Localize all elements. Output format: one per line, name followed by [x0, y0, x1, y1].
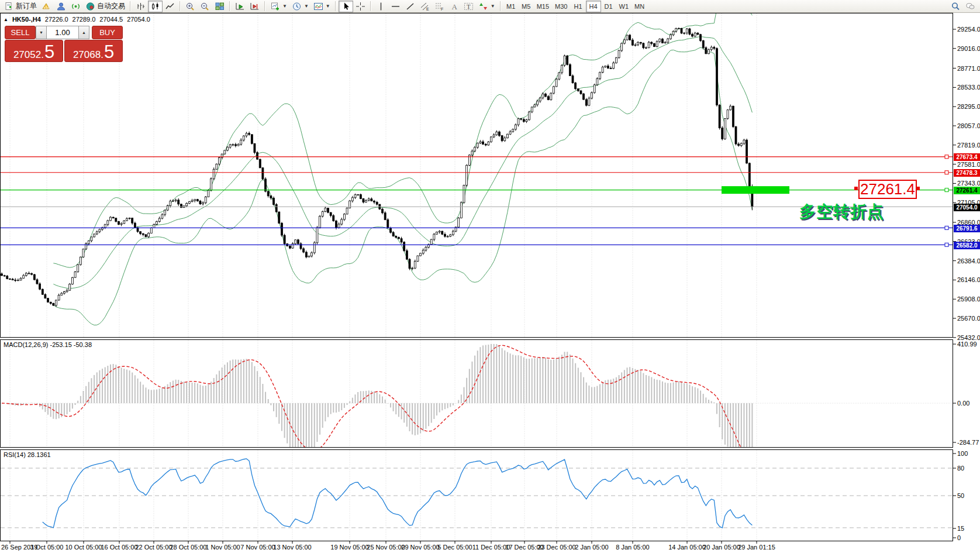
candle-body	[374, 201, 375, 202]
collapse-triangle-icon[interactable]: ▲	[4, 17, 8, 22]
charts-button[interactable]	[39, 1, 54, 12]
candle-body	[389, 228, 391, 232]
chat-button[interactable]	[963, 1, 978, 12]
candle-body	[471, 151, 473, 155]
candle-body	[526, 120, 527, 122]
candle-body	[94, 234, 95, 237]
timeframe-button-mn[interactable]: MN	[632, 1, 647, 12]
price-tick-label: 25670.0	[957, 315, 980, 322]
candle-body	[564, 56, 565, 65]
timeframe-group: M1M5M15M30H1H4D1W1MN	[503, 1, 647, 12]
timeframe-button-m5[interactable]: M5	[519, 1, 534, 12]
crosshair-tool-button[interactable]	[353, 1, 368, 12]
highlight-rectangle[interactable]	[722, 186, 789, 194]
search-button[interactable]	[948, 1, 963, 12]
chart-canvas[interactable]	[0, 0, 980, 553]
vertical-line-tool-button[interactable]	[374, 1, 388, 12]
one-click-trading-panel: SELL ▼ ▲ BUY 27052. 5 27068. 5	[5, 26, 123, 62]
time-tick-label: 1 Nov 05:00	[205, 544, 240, 551]
fibonacci-tool-button[interactable]: F	[432, 1, 447, 12]
candle-body	[436, 232, 438, 235]
price-line-tag: 26791.6	[954, 225, 980, 232]
line-chart-button[interactable]	[163, 1, 177, 12]
volume-increase-button[interactable]: ▲	[78, 26, 89, 39]
signals-button[interactable]	[68, 1, 83, 12]
text-tool-button[interactable]: A	[447, 1, 461, 12]
zoom-in-button[interactable]	[183, 1, 198, 12]
candle-body	[351, 198, 353, 201]
indicators-button[interactable]: ▼	[311, 1, 333, 12]
time-tick-label: 20 Jan 05:00	[703, 544, 740, 551]
line-handle[interactable]	[945, 155, 948, 159]
candlestick-chart-button[interactable]	[148, 1, 163, 12]
candle-body	[458, 218, 460, 228]
auto-trading-button[interactable]: 自动交易	[83, 1, 127, 12]
new-chart-button[interactable]: ▼	[268, 1, 289, 12]
volume-input[interactable]	[47, 26, 78, 39]
candle-body	[738, 144, 740, 146]
candle-body	[569, 64, 571, 75]
candle-body	[6, 276, 8, 279]
buy-price[interactable]: 27068. 5	[64, 40, 123, 62]
buy-button[interactable]: BUY	[92, 26, 123, 39]
candle-body	[110, 217, 112, 221]
candle-body	[488, 142, 489, 145]
candle-body	[591, 92, 593, 98]
line-handle[interactable]	[945, 188, 948, 192]
line-handle[interactable]	[945, 243, 948, 246]
bar-chart-button[interactable]	[133, 1, 148, 12]
volume-decrease-button[interactable]: ▼	[36, 26, 47, 39]
tile-windows-button[interactable]	[212, 1, 227, 12]
candle-body	[555, 79, 557, 87]
fibonacci-icon: F	[434, 2, 444, 11]
candle-body	[479, 142, 481, 143]
timeframe-button-m1[interactable]: M1	[503, 1, 519, 12]
price-annotation-label[interactable]: 27261.4	[858, 180, 917, 199]
line-handle[interactable]	[945, 171, 948, 174]
timeframe-button-d1[interactable]: D1	[601, 1, 616, 12]
time-tick-label: 7 Nov 05:00	[240, 544, 275, 551]
timeframe-button-h4[interactable]: H4	[586, 1, 601, 12]
candle-body	[547, 97, 549, 100]
candle-body	[506, 134, 508, 138]
label-handle-left[interactable]	[854, 187, 858, 190]
zoom-out-button[interactable]	[198, 1, 212, 12]
candle-body	[727, 110, 729, 119]
line-handle[interactable]	[945, 226, 948, 229]
horizontal-line-tool-button[interactable]	[388, 1, 403, 12]
candle-body	[80, 257, 81, 265]
candle-body	[713, 47, 715, 49]
candle-body	[99, 229, 101, 232]
bar-chart-icon	[136, 2, 146, 11]
candle-body	[39, 284, 41, 289]
label-handle-right[interactable]	[916, 187, 920, 190]
candle-body	[700, 35, 702, 41]
timeframe-button-m30[interactable]: M30	[552, 1, 570, 12]
timeframe-button-w1[interactable]: W1	[616, 1, 632, 12]
profile-icon	[56, 2, 66, 11]
turning-point-annotation[interactable]: 多空转折点	[799, 201, 884, 223]
sell-button[interactable]: SELL	[5, 26, 36, 39]
sell-price[interactable]: 27052. 5	[5, 40, 63, 62]
trendline-tool-button[interactable]	[403, 1, 417, 12]
profile-button[interactable]	[54, 1, 68, 12]
candle-body	[664, 42, 666, 43]
candle-body	[28, 273, 30, 274]
period-button[interactable]: ▼	[289, 1, 311, 12]
candle-body	[330, 212, 332, 215]
candle-body	[654, 43, 655, 46]
ohlc-high: 27289.0	[73, 16, 96, 23]
new-order-button[interactable]: 新订单	[2, 1, 39, 12]
timeframe-button-h1[interactable]: H1	[571, 1, 586, 12]
timeframe-button-m15[interactable]: M15	[534, 1, 552, 12]
candle-body	[529, 112, 530, 120]
auto-scroll-button[interactable]	[233, 1, 247, 12]
arrows-tool-button[interactable]: ▼	[476, 1, 498, 12]
buy-price-pips: 5	[104, 43, 114, 61]
candle-body	[748, 163, 750, 187]
chart-shift-button[interactable]	[247, 1, 262, 12]
cursor-tool-button[interactable]	[339, 1, 353, 12]
text-label-tool-button[interactable]: T	[461, 1, 476, 12]
vertical-line-icon	[376, 2, 386, 11]
equidistant-channel-tool-button[interactable]: E	[417, 1, 432, 12]
